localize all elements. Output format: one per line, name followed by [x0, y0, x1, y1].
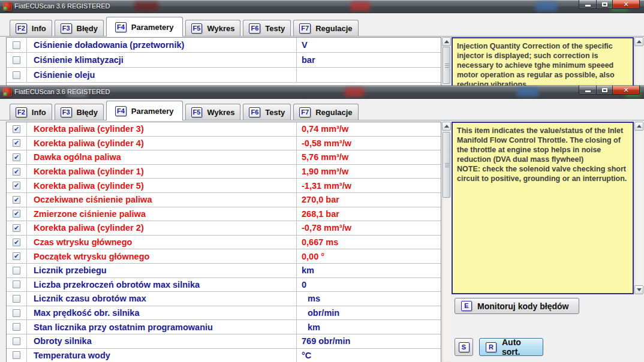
param-value: 5,76 mm³/w — [297, 152, 441, 162]
tab-label: Wykres — [207, 108, 234, 117]
param-value: km — [297, 266, 441, 275]
param-label: Ciśnienie doładowania (przetwornik) — [27, 38, 297, 52]
param-label: Obroty silnika — [27, 334, 297, 348]
row-checkbox-checked[interactable] — [13, 210, 20, 218]
row-checkbox[interactable] — [13, 309, 20, 317]
scroll-up-icon[interactable] — [634, 37, 643, 46]
table-row[interactable]: Korekta paliwa (cylinder 3)0,74 mm³/w — [7, 122, 441, 137]
tab-key-badge: F3 — [61, 107, 72, 117]
row-checkbox-checked[interactable] — [13, 182, 20, 189]
tab-f4[interactable]: F4Parametery — [106, 101, 183, 120]
info-panel: This item indicates the value/status of … — [452, 122, 634, 294]
scrollbar-thumb[interactable] — [443, 132, 450, 198]
param-label: Dawka ogólna paliwa — [27, 150, 297, 164]
row-checkbox-checked[interactable] — [13, 139, 20, 147]
tab-f3[interactable]: F3Błędy — [55, 104, 104, 120]
table-row[interactable]: Dawka ogólna paliwa5,76 mm³/w — [7, 150, 441, 165]
param-label: Korekta paliwa (cylinder 3) — [27, 122, 297, 136]
table-row[interactable]: Ciśnienie klimatyzacjibar — [7, 53, 441, 68]
tab-label: Błędy — [77, 108, 98, 117]
param-value: 0,74 mm³/w — [297, 124, 441, 134]
tab-f6[interactable]: F6Testy — [243, 20, 291, 36]
row-checkbox-checked[interactable] — [13, 224, 20, 232]
row-checkbox[interactable] — [13, 71, 20, 79]
row-checkbox[interactable] — [13, 280, 20, 288]
row-checkbox[interactable] — [13, 337, 20, 345]
tab-f7[interactable]: F7Regulacje — [293, 104, 358, 120]
table-row[interactable]: Licznik przebiegukm — [7, 264, 441, 278]
tab-key-badge: F4 — [115, 106, 127, 116]
tab-f4[interactable]: F4Parametery — [106, 17, 183, 37]
row-checkbox-checked[interactable] — [13, 168, 20, 176]
info-scrollbar[interactable] — [634, 122, 643, 294]
key-badge-e: E — [461, 301, 472, 311]
auto-sort-button[interactable]: R Auto sort. — [479, 338, 543, 356]
table-row[interactable]: Czas wtrysku głównego0,667 ms — [7, 236, 441, 250]
param-value: 769 obr/min — [297, 336, 441, 346]
scrollbar-thumb[interactable] — [443, 47, 450, 84]
s-button[interactable]: S — [455, 338, 473, 356]
row-checkbox[interactable] — [13, 323, 20, 331]
table-row[interactable]: Początek wtrysku głównego0,00 ° — [7, 249, 441, 264]
param-label: Liczba przekroczeń obrotów max silnika — [27, 278, 297, 292]
scroll-up-icon[interactable] — [634, 122, 643, 131]
param-label: Początek wtrysku głównego — [27, 249, 297, 263]
checkbox-cell — [7, 53, 27, 67]
param-value: 1,90 mm³/w — [297, 167, 441, 176]
minimize-button[interactable] — [579, 0, 597, 9]
scroll-up-icon[interactable] — [442, 122, 451, 131]
table-row[interactable]: Ciśnienie oleju — [7, 68, 441, 83]
table-row[interactable]: Temperatura wody°C — [7, 349, 441, 362]
checkbox-cell — [7, 150, 27, 164]
table-row[interactable]: Max prędkość obr. silnikaobr/min — [7, 306, 441, 321]
minimize-button[interactable] — [579, 86, 597, 95]
maximize-button[interactable] — [596, 0, 613, 9]
row-checkbox-checked[interactable] — [13, 252, 20, 260]
tab-f5[interactable]: F5Wykres — [185, 20, 241, 36]
button-label: Auto sort. — [502, 337, 537, 357]
row-checkbox[interactable] — [13, 351, 20, 359]
desktop: FiatECUScan 3.6 REGISTERED F2InfoF3Błędy… — [0, 0, 644, 362]
tab-f3[interactable]: F3Błędy — [55, 20, 104, 36]
tab-f2[interactable]: F2Info — [10, 104, 52, 120]
close-button[interactable] — [612, 86, 640, 95]
scroll-down-icon[interactable] — [634, 285, 643, 294]
table-row[interactable]: Obroty silnika769 obr/min — [7, 334, 441, 349]
maximize-button[interactable] — [596, 86, 613, 95]
table-row[interactable]: Zmierzone ciśnienie paliwa268,1 bar — [7, 207, 441, 222]
row-checkbox[interactable] — [13, 56, 20, 64]
table-scrollbar[interactable] — [442, 122, 451, 362]
table-row[interactable]: Ciśnienie doładowania (przetwornik)V — [7, 38, 441, 53]
table-row[interactable]: Korekta paliwa (cylinder 1)1,90 mm³/w — [7, 165, 441, 179]
tab-f6[interactable]: F6Testy — [243, 104, 291, 120]
tab-key-badge: F2 — [16, 107, 27, 117]
table-row[interactable]: Korekta paliwa (cylinder 5)-1,31 mm³/w — [7, 179, 441, 193]
checkbox-cell — [7, 221, 27, 235]
scroll-up-icon[interactable] — [442, 37, 451, 46]
table-row[interactable]: Licznik czasu obrotów maxms — [7, 292, 441, 306]
titlebar[interactable]: FiatECUScan 3.6 REGISTERED — [0, 0, 644, 13]
param-label: Oczekiwane ciśnienie paliwa — [27, 193, 297, 207]
row-checkbox-checked[interactable] — [13, 196, 20, 204]
monitoruj-kody-bledow-button[interactable]: E Monitoruj kody błędów — [455, 298, 579, 314]
row-checkbox-checked[interactable] — [13, 153, 20, 161]
checkbox-cell — [7, 249, 27, 263]
table-row[interactable]: Stan licznika przy ostatnim programowani… — [7, 320, 441, 334]
glass-blob — [351, 2, 370, 11]
tab-key-badge: F6 — [249, 107, 260, 117]
table-row[interactable]: Liczba przekroczeń obrotów max silnika0 — [7, 278, 441, 292]
row-checkbox-checked[interactable] — [13, 239, 20, 246]
tab-f2[interactable]: F2Info — [10, 20, 52, 36]
table-row[interactable]: Oczekiwane ciśnienie paliwa270,0 bar — [7, 193, 441, 207]
param-value: V — [297, 40, 441, 50]
row-checkbox[interactable] — [13, 41, 20, 49]
row-checkbox[interactable] — [13, 267, 20, 274]
table-row[interactable]: Korekta paliwa (cylinder 4)-0,58 mm³/w — [7, 137, 441, 151]
tab-f7[interactable]: F7Regulacje — [293, 20, 358, 36]
table-row[interactable]: Korekta paliwa (cylinder 2)-0,78 mm³/w — [7, 221, 441, 236]
titlebar[interactable]: FiatECUScan 3.6 REGISTERED — [0, 86, 644, 99]
close-button[interactable] — [612, 0, 640, 9]
row-checkbox-checked[interactable] — [13, 125, 20, 133]
row-checkbox[interactable] — [13, 295, 20, 303]
tab-f5[interactable]: F5Wykres — [185, 104, 241, 120]
